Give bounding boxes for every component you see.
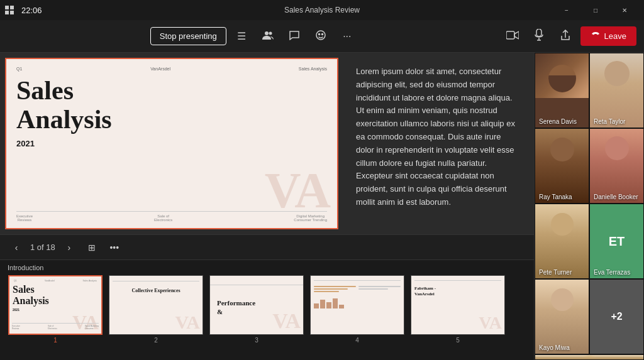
participant-initials-et: ET bbox=[590, 204, 643, 278]
svg-point-2 bbox=[316, 31, 325, 40]
svg-rect-5 bbox=[506, 31, 514, 39]
minimize-button[interactable]: − bbox=[552, 0, 581, 20]
thumb-num-1: 1 bbox=[53, 337, 57, 344]
prev-slide-button[interactable]: ‹ bbox=[8, 239, 25, 256]
people-icon-button[interactable] bbox=[257, 25, 279, 48]
toolbar: Stop presenting ☰ ··· bbox=[0, 20, 644, 53]
slide-year: 2021 bbox=[16, 139, 327, 148]
grid-view-button[interactable]: ⊞ bbox=[83, 239, 101, 256]
participant-grid: Serena Davis Reta Taylor Ray Tanak bbox=[535, 53, 644, 354]
slide-header-right: Sales Analysis bbox=[299, 67, 327, 71]
thumb-num-2: 2 bbox=[154, 337, 158, 344]
phone-icon bbox=[591, 31, 601, 41]
stop-presenting-button[interactable]: Stop presenting bbox=[150, 27, 226, 45]
thumb-img-4 bbox=[310, 275, 404, 335]
chat-icon-button[interactable] bbox=[283, 25, 306, 48]
participant-photo-serena bbox=[535, 53, 589, 128]
title-bar: 22:06 Sales Analysis Review − □ ✕ bbox=[0, 0, 644, 20]
window-title: Sales Analysis Review bbox=[284, 6, 360, 14]
participant-photo-ray bbox=[535, 129, 589, 203]
share-button[interactable] bbox=[554, 25, 577, 48]
people-icon bbox=[262, 30, 274, 43]
participant-name-serena: Serena Davis bbox=[539, 118, 577, 125]
nav-more-button[interactable]: ••• bbox=[106, 239, 123, 256]
presentation-area: Q1 VanArsdel Sales Analysis Sales Analys… bbox=[0, 53, 534, 360]
participant-serena: Serena Davis bbox=[535, 53, 589, 128]
thumbnail-1[interactable]: Q1VanArsdelSales Analysis SalesAnalysis … bbox=[5, 273, 106, 346]
participant-name-danielle: Danielle Booker bbox=[594, 194, 638, 200]
participant-pete: Pete Turner bbox=[535, 204, 589, 279]
participant-plus-count: +2 bbox=[590, 280, 643, 354]
slide-title-line2: Analysis bbox=[16, 105, 112, 134]
thumbnails-strip: Q1VanArsdelSales Analysis SalesAnalysis … bbox=[0, 273, 534, 354]
more-icon: ··· bbox=[343, 31, 351, 42]
participant-reta: Reta Taylor bbox=[589, 53, 644, 128]
svg-point-3 bbox=[318, 33, 319, 35]
thumb-num-3: 3 bbox=[255, 337, 258, 344]
slide-count: 1 of 18 bbox=[30, 243, 55, 252]
nav-more-icon: ••• bbox=[109, 243, 119, 253]
close-button[interactable]: ✕ bbox=[610, 0, 639, 20]
thumbnail-4[interactable]: 4 bbox=[307, 273, 408, 346]
participant-bottom bbox=[535, 354, 644, 360]
slide-nav-bar: ‹ 1 of 18 › ⊞ ••• bbox=[0, 234, 534, 259]
list-icon: ☰ bbox=[237, 30, 246, 42]
slide-header: Q1 VanArsdel Sales Analysis bbox=[16, 67, 327, 71]
next-icon: › bbox=[67, 243, 70, 253]
share-icon bbox=[560, 30, 570, 43]
toolbar-right: Leave bbox=[501, 25, 636, 48]
slide-notes: Lorem ipsum dolor sit amet, consectetur … bbox=[356, 65, 521, 209]
app-icon bbox=[5, 6, 14, 14]
slide-main: Q1 VanArsdel Sales Analysis Sales Analys… bbox=[5, 58, 338, 229]
svg-point-4 bbox=[321, 33, 323, 35]
mic-button[interactable] bbox=[528, 25, 550, 48]
thumb-img-3: Performance& VA bbox=[209, 275, 304, 335]
slide-header-left: Q1 bbox=[16, 67, 22, 71]
more-options-button[interactable]: ··· bbox=[336, 25, 358, 48]
participant-ray: Ray Tanaka bbox=[535, 128, 589, 204]
participant-initials-label: ET bbox=[609, 234, 625, 249]
participant-et: ET Eva Terrazas bbox=[589, 204, 644, 279]
thumb-img-2: Collective Experiences VA bbox=[109, 275, 203, 335]
participant-danielle: Danielle Booker bbox=[589, 128, 644, 204]
footer-item-3: Digital MarketingConsumer Trending bbox=[294, 214, 327, 222]
camera-button[interactable] bbox=[501, 25, 524, 48]
svg-point-0 bbox=[265, 31, 269, 35]
footer-item-1: ExecutiveReviews bbox=[16, 214, 33, 222]
grid-view-icon: ⊞ bbox=[88, 243, 96, 253]
participant-name-et: Eva Terrazas bbox=[594, 269, 630, 276]
participant-photo-bottom bbox=[535, 355, 643, 359]
slide-viewer: Q1 VanArsdel Sales Analysis Sales Analys… bbox=[0, 53, 534, 234]
thumbnail-section: Introduction Q1VanArsdelSales Analysis S… bbox=[0, 259, 534, 360]
participants-panel: Serena Davis Reta Taylor Ray Tanak bbox=[534, 53, 644, 360]
next-slide-button[interactable]: › bbox=[60, 239, 78, 256]
slide-watermark: VA bbox=[265, 165, 331, 215]
thumb-num-5: 5 bbox=[456, 337, 460, 344]
leave-label: Leave bbox=[604, 31, 626, 41]
emoji-icon-button[interactable] bbox=[309, 25, 332, 48]
maximize-button[interactable]: □ bbox=[581, 0, 610, 20]
participant-kayo: Kayo Miwa bbox=[535, 279, 589, 354]
participant-plus: +2 bbox=[589, 279, 644, 354]
emoji-icon bbox=[315, 30, 326, 43]
thumbnail-5[interactable]: Fabrikam -VanArsdel VA 5 bbox=[408, 273, 508, 346]
thumbnail-3[interactable]: Performance& VA 3 bbox=[206, 273, 307, 346]
slide-title: Sales Analysis bbox=[16, 76, 327, 134]
slide-header-center: VanArsdel bbox=[150, 67, 170, 71]
footer-item-2: Sale ofElectronics bbox=[154, 214, 172, 222]
participant-photo-danielle bbox=[590, 129, 643, 203]
thumb-img-5: Fabrikam -VanArsdel VA bbox=[411, 275, 505, 335]
svg-point-1 bbox=[269, 31, 272, 35]
prev-icon: ‹ bbox=[15, 243, 18, 253]
main-content: Q1 VanArsdel Sales Analysis Sales Analys… bbox=[0, 53, 644, 360]
list-icon-button[interactable]: ☰ bbox=[230, 25, 253, 48]
thumbnail-2[interactable]: Collective Experiences VA 2 bbox=[106, 273, 206, 346]
leave-button[interactable]: Leave bbox=[580, 26, 636, 46]
chat-icon bbox=[289, 30, 300, 43]
slide-content: Q1 VanArsdel Sales Analysis Sales Analys… bbox=[6, 59, 337, 228]
mic-icon bbox=[535, 29, 543, 44]
toolbar-center: Stop presenting ☰ ··· bbox=[150, 25, 358, 48]
thumb-img-1: Q1VanArsdelSales Analysis SalesAnalysis … bbox=[8, 275, 103, 335]
notes-panel: Lorem ipsum dolor sit amet, consectetur … bbox=[343, 53, 534, 234]
participant-name-reta: Reta Taylor bbox=[594, 118, 625, 125]
